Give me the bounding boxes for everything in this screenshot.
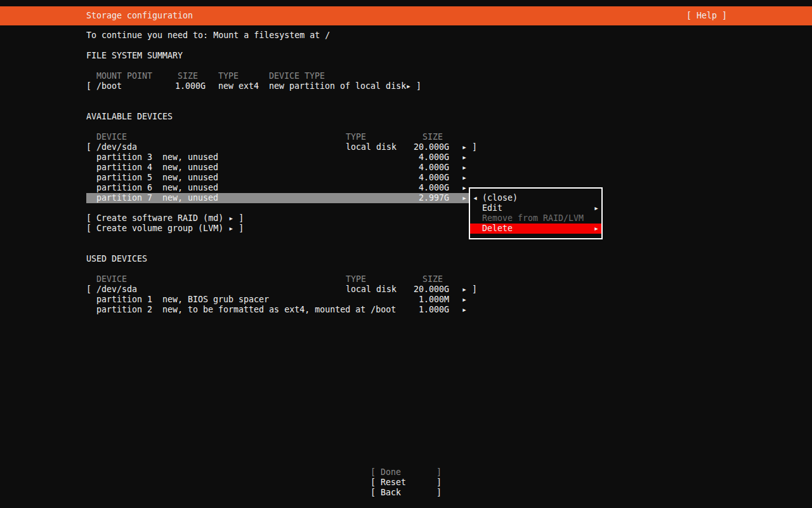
partition-name: partition 5 [96,173,152,183]
col-size: SIZE [422,132,443,142]
menu-item-label: Edit [482,203,502,213]
done-button: [ Done ] [370,467,442,478]
partition-actions-menu: ◂ (close) Edit ▸ Remove from RAID/LVM De… [469,187,603,239]
mount-point-value: /boot [96,81,122,91]
button-label: Reset [381,478,406,488]
available-partition-row[interactable]: partition 5 new, unused 4.000G ▸ [0,173,812,183]
page-title: Storage configuration [86,11,193,21]
bracket-close: ] [436,467,442,478]
col-type: TYPE [218,71,239,81]
device-size: 20.000G [398,284,449,295]
used-devices-heading: USED DEVICES [86,254,147,264]
bracket-open: [ [86,284,91,295]
col-device-type: DEVICE TYPE [269,71,325,81]
col-device: DEVICE [96,274,127,284]
partition-name: partition 4 [96,163,152,173]
fs-summary-heading: FILE SYSTEM SUMMARY [86,51,183,61]
col-type: TYPE [346,132,366,142]
reset-button[interactable]: [ Reset ] [370,478,442,488]
menu-item-label: (close) [482,193,518,203]
partition-status: new, unused [162,193,218,203]
used-partition-row[interactable]: partition 2 new, to be formatted as ext4… [0,305,812,315]
submenu-arrow-icon: ▸ [594,224,599,234]
menu-item-delete[interactable]: Delete ▸ [470,224,601,234]
submenu-arrow-icon: ▸ [594,203,599,213]
expand-arrow-icon[interactable]: ▸ [462,152,467,163]
available-devices-heading: AVAILABLE DEVICES [86,112,173,122]
partition-status: new, to be formatted as ext4, mounted at… [162,305,396,315]
menu-item-label: Remove from RAID/LVM [482,213,584,224]
partition-size: 4.000G [398,163,449,173]
device-type: local disk [346,284,396,295]
expand-arrow-icon[interactable]: ▸ [462,284,467,295]
col-type: TYPE [346,274,366,284]
menu-item-remove-raid-lvm: Remove from RAID/LVM [470,213,601,224]
partition-status: new, unused [162,163,218,173]
expand-arrow-icon[interactable]: ▸ [462,305,467,315]
device-type-value: new partition of local disk [269,81,406,91]
collapse-arrow-icon: ◂ [473,193,478,203]
device-name: /dev/sda [96,142,137,152]
create-lvm-button[interactable]: [ Create volume group (LVM) ▸ ] [86,224,244,234]
partition-size: 2.997G [398,193,449,203]
button-label: Done [381,467,401,478]
col-size: SIZE [422,274,443,284]
back-button[interactable]: [ Back ] [370,488,442,498]
partition-size: 4.000G [398,152,449,163]
partition-status: new, unused [162,173,218,183]
bracket-close: ] [472,284,477,295]
partition-size: 1.000G [398,305,449,315]
expand-arrow-icon[interactable]: ▸ [462,183,467,193]
create-raid-button[interactable]: [ Create software RAID (md) ▸ ] [86,213,244,224]
available-partition-row[interactable]: partition 6 new, unused 4.000G ▸ [0,183,812,193]
menu-item-label: Delete [482,224,513,234]
partition-name: partition 3 [96,152,152,163]
fs-summary-header-row: MOUNT POINT SIZE TYPE DEVICE TYPE [0,71,812,81]
partition-name: partition 7 [96,193,152,203]
expand-arrow-icon[interactable]: ▸ [406,81,411,91]
col-device: DEVICE [96,132,127,142]
bracket-open: [ [370,467,376,478]
type-value: new ext4 [218,81,259,91]
bracket-close: ] [472,142,477,152]
fs-summary-row-boot[interactable]: [ /boot 1.000G new ext4 new partition of… [0,81,812,91]
bracket-close: ] [436,478,442,488]
used-disk-row[interactable]: [ /dev/sda local disk 20.000G ▸ ] [0,284,812,295]
available-partition-row[interactable]: partition 3 new, unused 4.000G ▸ [0,152,812,163]
used-header-row: DEVICE TYPE SIZE [0,274,812,284]
menu-item-close[interactable]: ◂ (close) [470,193,601,203]
partition-name: partition 2 [96,305,152,315]
available-partition-row[interactable]: partition 4 new, unused 4.000G ▸ [0,163,812,173]
expand-arrow-icon[interactable]: ▸ [462,142,467,152]
title-bar: Storage configuration [ Help ] [0,6,812,25]
available-partition-row-selected[interactable]: partition 7 new, unused 2.997G ▸ [0,193,812,203]
partition-status: new, unused [162,183,218,193]
button-label: Back [381,488,401,498]
partition-name: partition 1 [96,295,152,305]
bracket-open: [ [86,142,91,152]
continue-notice: To continue you need to: Mount a filesys… [86,30,330,41]
size-value: 1.000G [175,81,206,91]
available-disk-row[interactable]: [ /dev/sda local disk 20.000G ▸ ] [0,142,812,152]
partition-size: 4.000G [398,183,449,193]
expand-arrow-icon[interactable]: ▸ [462,173,467,183]
col-mount-point: MOUNT POINT [96,71,152,81]
expand-arrow-icon[interactable]: ▸ [462,193,467,203]
partition-size: 4.000G [398,173,449,183]
expand-arrow-icon[interactable]: ▸ [462,295,467,305]
menu-item-edit[interactable]: Edit ▸ [470,203,601,213]
device-size: 20.000G [398,142,449,152]
partition-name: partition 6 [96,183,152,193]
device-type: local disk [346,142,396,152]
bracket-open: [ [370,488,376,498]
storage-configuration-screen: { "colors": { "bg": "#0d0d0d", "text": "… [0,0,812,508]
help-button[interactable]: [ Help ] [686,11,727,21]
bracket-close: ] [436,488,442,498]
used-partition-row[interactable]: partition 1 new, BIOS grub spacer 1.000M… [0,295,812,305]
expand-arrow-icon[interactable]: ▸ [462,163,467,173]
bracket-open: [ [370,478,376,488]
col-size: SIZE [178,71,198,81]
available-header-row: DEVICE TYPE SIZE [0,132,812,142]
device-name: /dev/sda [96,284,137,295]
bracket-close: ] [416,81,421,91]
